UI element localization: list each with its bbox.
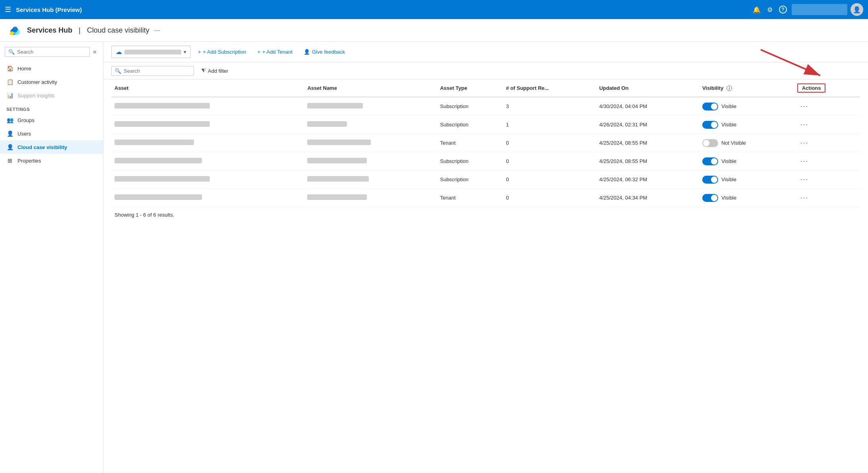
hamburger-icon[interactable]: ☰ <box>5 5 11 14</box>
cell-asset-type: Subscription <box>437 152 503 171</box>
asset-name-blurred-text <box>307 103 363 109</box>
give-feedback-label: Give feedback <box>312 49 345 55</box>
sidebar-item-properties[interactable]: ⊞ Properties <box>0 154 103 167</box>
visibility-label: Visible <box>721 176 736 182</box>
toggle-switch[interactable]: Visible <box>702 194 791 202</box>
col-header-support-requests[interactable]: # of Support Re... <box>503 79 596 97</box>
toggle-thumb <box>711 176 717 183</box>
cell-support-requests: 1 <box>503 116 596 134</box>
table-container: Asset Asset Name Asset Type # of Support… <box>103 79 868 223</box>
row-more-button[interactable]: ··· <box>797 120 812 130</box>
row-more-button[interactable]: ··· <box>797 138 812 148</box>
add-filter-button[interactable]: ⧨ Add filter <box>197 66 232 76</box>
asset-blurred-text <box>114 194 202 200</box>
toggle-track[interactable] <box>702 103 718 110</box>
properties-icon: ⊞ <box>6 157 14 164</box>
sidebar-collapse-button[interactable]: « <box>91 47 98 57</box>
give-feedback-button[interactable]: 👤 Give feedback <box>300 47 349 57</box>
col-header-asset-name[interactable]: Asset Name <box>304 79 437 97</box>
app-title: Services Hub (Preview) <box>16 6 748 13</box>
asset-blurred-text <box>114 140 194 145</box>
add-filter-label: Add filter <box>208 68 228 74</box>
notifications-icon[interactable]: 🔔 <box>753 6 761 14</box>
settings-icon[interactable]: ⚙ <box>767 6 773 14</box>
sidebar-item-cloud-case-visibility[interactable]: 👤 Cloud case visibility <box>0 140 103 154</box>
table-row: Subscription04/25/2024, 06:32 PMVisible·… <box>111 171 860 189</box>
toggle-track[interactable] <box>702 139 718 147</box>
subscription-dropdown-text <box>124 50 181 54</box>
visibility-info-icon[interactable]: i <box>727 85 732 91</box>
row-more-button[interactable]: ··· <box>797 101 812 111</box>
support-insights-icon: 📊 <box>6 92 14 99</box>
col-header-updated-on[interactable]: Updated On <box>596 79 699 97</box>
row-more-button[interactable]: ··· <box>797 174 812 184</box>
toggle-switch[interactable]: Visible <box>702 176 791 184</box>
add-subscription-button[interactable]: + + Add Subscription <box>194 47 250 57</box>
toggle-switch[interactable]: Visible <box>702 103 791 110</box>
sidebar-item-users-label: Users <box>17 131 31 137</box>
results-count: Showing 1 - 6 of 6 results. <box>111 207 860 223</box>
cell-asset-name <box>304 134 437 152</box>
cell-asset <box>111 134 304 152</box>
toggle-track[interactable] <box>702 157 718 165</box>
toggle-thumb <box>711 122 717 128</box>
toggle-switch[interactable]: Not Visible <box>702 139 791 147</box>
cell-asset-name <box>304 97 437 116</box>
help-icon[interactable]: ? <box>779 6 787 14</box>
asset-name-blurred-text <box>307 121 347 127</box>
row-more-button[interactable]: ··· <box>797 193 812 203</box>
actions-header-box: Actions <box>797 83 826 93</box>
sidebar-item-users[interactable]: 👤 Users <box>0 127 103 140</box>
header-more-icon[interactable]: ··· <box>154 26 160 35</box>
cell-actions: ··· <box>794 152 860 171</box>
col-header-visibility[interactable]: Visibility i <box>699 79 794 97</box>
sidebar-search-input[interactable] <box>17 49 86 55</box>
sidebar-item-support-insights[interactable]: 📊 Support insights <box>0 89 103 102</box>
sidebar-item-customer-activity-label: Customer activity <box>17 79 57 85</box>
sidebar-item-support-insights-label: Support insights <box>17 93 54 99</box>
avatar[interactable]: 👤 <box>851 3 863 16</box>
cell-asset <box>111 116 304 134</box>
cloud-dropdown-icon: ☁ <box>116 48 122 56</box>
cell-support-requests: 3 <box>503 97 596 116</box>
email-display[interactable] <box>792 4 847 15</box>
toggle-thumb <box>711 195 717 201</box>
filter-search-box[interactable]: 🔍 <box>111 66 194 76</box>
sidebar-item-customer-activity[interactable]: 📋 Customer activity <box>0 75 103 89</box>
cell-actions: ··· <box>794 134 860 152</box>
table-row: Tenant04/25/2024, 04:34 PMVisible··· <box>111 189 860 207</box>
toggle-track[interactable] <box>702 176 718 184</box>
feedback-icon: 👤 <box>304 49 310 55</box>
brand-name: Services Hub <box>27 26 72 35</box>
toggle-switch[interactable]: Visible <box>702 157 791 165</box>
row-more-button[interactable]: ··· <box>797 156 812 166</box>
cell-support-requests: 0 <box>503 152 596 171</box>
sidebar: 🔍 « 🏠 Home 📋 Customer activity 📊 Support… <box>0 42 103 473</box>
subscription-dropdown[interactable]: ☁ ▾ <box>111 46 191 58</box>
toggle-thumb <box>711 158 717 165</box>
toggle-track[interactable] <box>702 194 718 202</box>
cell-visibility: Visible <box>699 97 794 116</box>
cell-visibility: Visible <box>699 152 794 171</box>
settings-section-label: Settings <box>0 102 103 113</box>
cell-asset <box>111 152 304 171</box>
sidebar-item-home[interactable]: 🏠 Home <box>0 62 103 75</box>
asset-blurred-text <box>114 158 202 163</box>
toggle-thumb <box>703 140 709 146</box>
sidebar-search-icon: 🔍 <box>8 49 15 55</box>
sidebar-item-groups[interactable]: 👥 Groups <box>0 113 103 127</box>
cell-updated-on: 4/25/2024, 04:34 PM <box>596 189 699 207</box>
col-header-asset[interactable]: Asset <box>111 79 304 97</box>
add-tenant-button[interactable]: + + Add Tenant <box>253 47 296 57</box>
col-header-asset-type[interactable]: Asset Type <box>437 79 503 97</box>
sidebar-item-cloud-case-visibility-label: Cloud case visibility <box>17 144 67 150</box>
toggle-switch[interactable]: Visible <box>702 121 791 129</box>
filter-search-input[interactable] <box>124 68 190 74</box>
sidebar-item-home-label: Home <box>17 66 31 72</box>
brand-icon <box>8 23 22 37</box>
svg-point-3 <box>10 31 14 35</box>
svg-point-2 <box>12 27 18 32</box>
sidebar-search-box[interactable]: 🔍 <box>5 47 90 57</box>
toggle-track[interactable] <box>702 121 718 129</box>
cell-updated-on: 4/25/2024, 08:55 PM <box>596 152 699 171</box>
